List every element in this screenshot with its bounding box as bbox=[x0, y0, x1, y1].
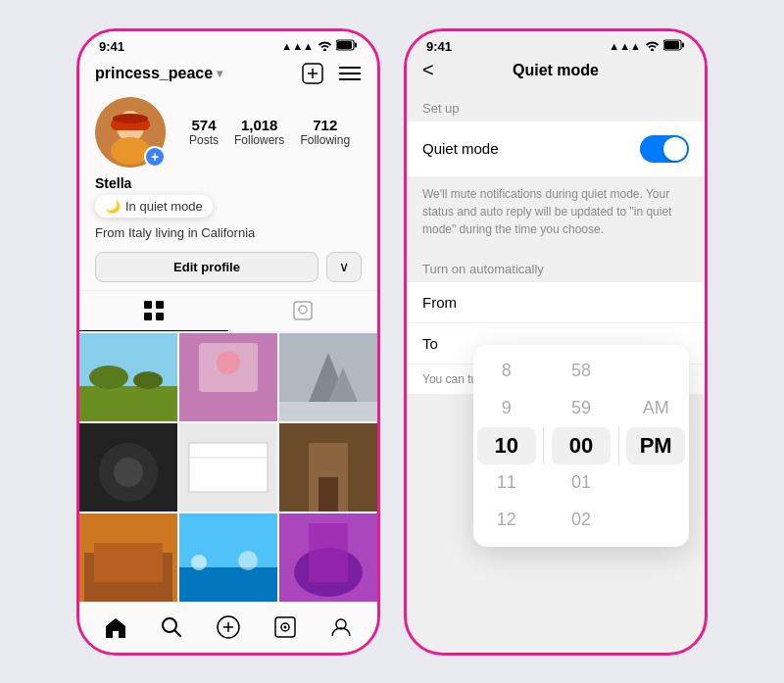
picker-min-00[interactable]: 00 bbox=[552, 427, 611, 464]
svg-point-58 bbox=[283, 626, 286, 629]
from-row[interactable]: From bbox=[407, 282, 705, 322]
stats-row: 574 Posts 1,018 Followers 712 Following bbox=[189, 117, 362, 147]
status-icons-right: ▲▲▲ bbox=[609, 39, 685, 53]
quiet-badge-text: In quiet mode bbox=[125, 199, 203, 214]
picker-min-58[interactable]: 58 bbox=[552, 353, 611, 390]
avatar[interactable]: + bbox=[95, 97, 166, 168]
svg-rect-61 bbox=[664, 41, 679, 49]
quiet-mode-header: < Quiet mode bbox=[407, 58, 705, 91]
profile-tabs bbox=[79, 290, 377, 332]
picker-hours[interactable]: 8 9 10 11 12 bbox=[477, 353, 536, 539]
picker-row: 8 9 10 11 12 58 59 00 01 02 AM PM bbox=[473, 353, 689, 539]
svg-point-47 bbox=[238, 551, 258, 570]
quiet-mode-description: We'll mute notifications during quiet mo… bbox=[407, 177, 705, 246]
nav-search[interactable] bbox=[150, 606, 193, 649]
add-story-button[interactable]: + bbox=[144, 146, 166, 168]
svg-point-46 bbox=[191, 555, 207, 570]
time-right: 9:41 bbox=[426, 39, 452, 54]
svg-rect-15 bbox=[156, 301, 164, 309]
tab-tagged[interactable] bbox=[228, 291, 377, 331]
photo-cell-3[interactable] bbox=[279, 333, 377, 421]
svg-rect-36 bbox=[189, 443, 268, 492]
quiet-mode-toggle[interactable] bbox=[640, 135, 689, 163]
svg-rect-40 bbox=[318, 477, 338, 512]
nav-add[interactable] bbox=[207, 606, 250, 649]
picker-hour-9[interactable]: 9 bbox=[477, 390, 536, 427]
picker-hour-10[interactable]: 10 bbox=[477, 427, 536, 464]
picker-hour-11[interactable]: 11 bbox=[477, 464, 536, 502]
picker-divider-2 bbox=[618, 427, 619, 464]
picker-am[interactable]: AM bbox=[626, 390, 685, 427]
photo-cell-6[interactable] bbox=[279, 423, 377, 512]
photo-cell-2[interactable] bbox=[179, 333, 277, 421]
display-name: Stella bbox=[95, 175, 362, 191]
header-icons bbox=[301, 62, 362, 85]
expand-button[interactable]: ∨ bbox=[326, 252, 362, 282]
svg-rect-14 bbox=[144, 301, 152, 309]
svg-rect-62 bbox=[682, 43, 684, 48]
username-row[interactable]: princess_peace ▾ bbox=[95, 65, 222, 82]
menu-button[interactable] bbox=[338, 62, 362, 85]
followers-count: 1,018 bbox=[241, 117, 278, 133]
back-button[interactable]: < bbox=[422, 59, 434, 81]
followers-stat[interactable]: 1,018 Followers bbox=[234, 117, 284, 147]
signal-icon-right: ▲▲▲ bbox=[609, 40, 641, 52]
posts-label: Posts bbox=[189, 133, 219, 147]
nav-profile[interactable] bbox=[319, 606, 363, 649]
svg-line-52 bbox=[174, 630, 180, 636]
svg-point-27 bbox=[217, 351, 240, 374]
auto-label: Turn on automatically bbox=[407, 246, 705, 282]
status-bar-right: 9:41 ▲▲▲ bbox=[407, 31, 705, 58]
bio-text: From Italy living in California bbox=[79, 223, 377, 248]
photo-cell-7[interactable] bbox=[79, 513, 177, 602]
svg-rect-31 bbox=[279, 402, 377, 421]
svg-point-34 bbox=[114, 458, 143, 487]
username-text: princess_peace bbox=[95, 65, 213, 82]
picker-hour-12[interactable]: 12 bbox=[477, 502, 536, 539]
wifi-icon-right bbox=[645, 39, 660, 53]
moon-icon: 🌙 bbox=[105, 199, 121, 214]
time-picker-popup[interactable]: 8 9 10 11 12 58 59 00 01 02 AM PM bbox=[473, 345, 689, 547]
tab-grid[interactable] bbox=[79, 291, 228, 331]
following-count: 712 bbox=[313, 117, 337, 133]
bottom-nav bbox=[79, 602, 377, 653]
svg-rect-16 bbox=[144, 313, 152, 320]
photo-cell-9[interactable] bbox=[279, 513, 377, 602]
add-post-button[interactable] bbox=[301, 62, 324, 85]
photo-cell-4[interactable] bbox=[79, 423, 177, 512]
photo-cell-1[interactable] bbox=[79, 333, 177, 421]
picker-min-01[interactable]: 01 bbox=[552, 464, 611, 502]
picker-min-02[interactable]: 02 bbox=[552, 502, 611, 539]
picker-period[interactable]: AM PM bbox=[626, 390, 685, 502]
svg-rect-17 bbox=[156, 313, 164, 320]
photo-grid bbox=[79, 333, 377, 602]
svg-rect-1 bbox=[337, 41, 352, 49]
svg-point-24 bbox=[133, 371, 163, 389]
picker-min-59[interactable]: 59 bbox=[552, 390, 611, 427]
signal-icon: ▲▲▲ bbox=[281, 40, 314, 52]
following-label: Following bbox=[300, 133, 350, 147]
svg-rect-50 bbox=[309, 523, 348, 582]
quiet-mode-row: Quiet mode bbox=[407, 122, 705, 176]
following-stat[interactable]: 712 Following bbox=[300, 117, 350, 147]
status-icons-left: ▲▲▲ bbox=[281, 39, 358, 53]
picker-divider-1 bbox=[543, 427, 544, 464]
profile-header: princess_peace ▾ bbox=[79, 58, 377, 93]
picker-minutes[interactable]: 58 59 00 01 02 bbox=[552, 353, 611, 539]
battery-icon-right bbox=[663, 39, 685, 53]
right-phone: 9:41 ▲▲▲ < Quiet mode Set up Quiet mode … bbox=[404, 28, 708, 656]
status-bar-left: 9:41 ▲▲▲ bbox=[79, 31, 377, 58]
page-title: Quiet mode bbox=[513, 62, 599, 79]
nav-home[interactable] bbox=[94, 606, 137, 649]
photo-cell-8[interactable] bbox=[179, 513, 277, 602]
posts-stat: 574 Posts bbox=[189, 117, 219, 147]
edit-profile-button[interactable]: Edit profile bbox=[95, 252, 318, 282]
setup-label: Set up bbox=[407, 91, 705, 122]
photo-cell-5[interactable] bbox=[179, 423, 277, 512]
picker-hour-8[interactable]: 8 bbox=[477, 353, 536, 390]
left-phone: 9:41 ▲▲▲ princess_peace ▾ bbox=[76, 28, 380, 656]
to-label: To bbox=[422, 335, 438, 352]
picker-pm[interactable]: PM bbox=[626, 427, 685, 464]
time-left: 9:41 bbox=[99, 39, 124, 54]
nav-reels[interactable] bbox=[264, 606, 307, 649]
